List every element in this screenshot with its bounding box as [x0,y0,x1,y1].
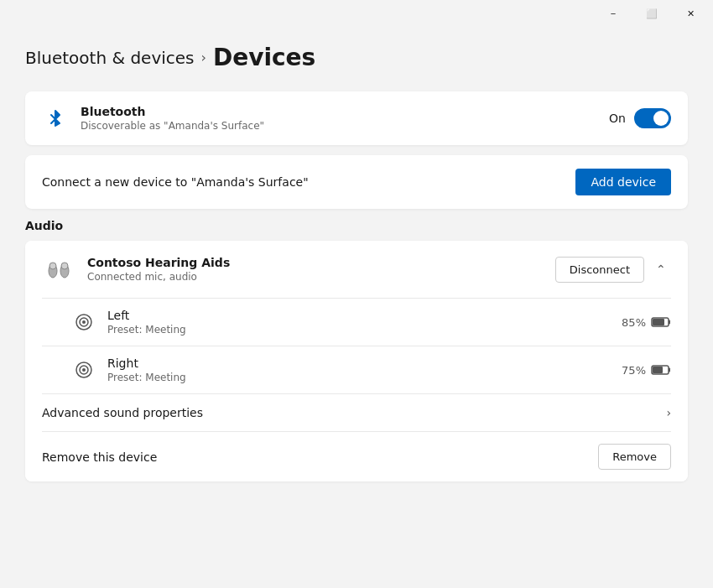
chevron-up-icon: ⌃ [656,263,666,276]
remove-button[interactable]: Remove [598,444,671,470]
maximize-button[interactable]: ⬜ [632,0,671,27]
right-battery-pct: 75% [622,364,646,377]
add-device-button[interactable]: Add device [575,169,671,195]
bluetooth-on-label: On [609,112,626,125]
device-status: Connected mic, audio [87,271,230,283]
breadcrumb-parent[interactable]: Bluetooth & devices [25,48,195,68]
bluetooth-toggle[interactable] [634,108,671,128]
right-battery-info: 75% [622,364,671,377]
left-battery-icon [651,316,671,328]
breadcrumb-chevron-icon: › [201,49,206,65]
hearing-aids-icon [42,252,75,286]
disconnect-button[interactable]: Disconnect [555,257,644,283]
collapse-device-button[interactable]: ⌃ [651,259,671,279]
left-ear-icon [72,310,96,334]
right-device-name: Right [107,356,186,370]
svg-rect-8 [653,319,664,325]
right-battery-icon [651,364,671,376]
bluetooth-subtitle: Discoverable as "Amanda's Surface" [81,120,264,132]
left-device-name: Left [107,309,186,322]
titlebar: − ⬜ ✕ [0,0,713,27]
bluetooth-icon [42,105,69,132]
main-content: Bluetooth & devices › Devices Bluetooth … [0,27,713,507]
bluetooth-card: Bluetooth Discoverable as "Amanda's Surf… [25,91,688,145]
minimize-button[interactable]: − [594,0,632,27]
svg-point-6 [82,320,86,324]
chevron-right-icon: › [666,406,671,419]
audio-section-header: Audio [25,219,688,232]
svg-point-12 [82,368,86,372]
page-title: Devices [213,44,315,71]
toggle-thumb [653,111,669,126]
device-card: Contoso Hearing Aids Connected mic, audi… [25,241,688,481]
remove-device-row: Remove this device Remove [25,432,688,481]
device-main-row: Contoso Hearing Aids Connected mic, audi… [25,241,688,298]
left-battery-info: 85% [622,316,671,329]
right-ear-icon [72,358,96,382]
sub-device-left-row: Left Preset: Meeting 85% [25,299,688,346]
advanced-sound-label: Advanced sound properties [42,406,203,419]
left-battery-pct: 85% [622,316,646,329]
svg-point-1 [49,263,56,269]
device-name: Contoso Hearing Aids [87,256,230,269]
advanced-sound-row[interactable]: Advanced sound properties › [25,394,688,431]
connect-device-card: Connect a new device to "Amanda's Surfac… [25,155,688,209]
close-button[interactable]: ✕ [671,0,710,27]
svg-point-3 [61,263,68,269]
bluetooth-title: Bluetooth [81,105,264,118]
remove-device-label: Remove this device [42,450,157,464]
connect-text: Connect a new device to "Amanda's Surfac… [42,175,309,189]
svg-rect-9 [669,320,670,325]
breadcrumb: Bluetooth & devices › Devices [25,44,688,71]
svg-rect-15 [669,368,670,372]
left-device-preset: Preset: Meeting [107,324,186,336]
right-device-preset: Preset: Meeting [107,372,186,383]
svg-rect-14 [653,367,663,373]
sub-device-right-row: Right Preset: Meeting 75% [25,346,688,393]
